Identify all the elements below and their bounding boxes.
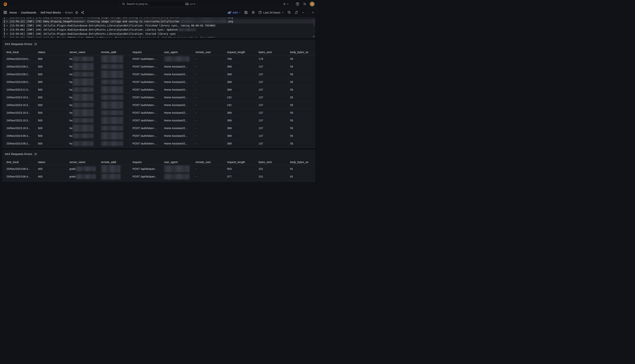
cell-remote_addr	[99, 94, 130, 101]
cell-body_bytes_se: 55	[288, 78, 315, 86]
help-button[interactable]	[295, 2, 300, 6]
column-header-request[interactable]: request	[130, 49, 162, 55]
cell-remote_user: -	[194, 165, 225, 173]
redacted-blur	[101, 95, 123, 100]
log-row[interactable]: >[13:59:14] [INF] [70] Emby.Drawing.Imag…	[3, 18, 315, 19]
cell-visible-prefix: ha	[70, 134, 72, 137]
cell-request: POST /auth/token ...	[130, 117, 162, 124]
chevron-right-icon[interactable]: >	[6, 20, 8, 23]
column-header-remote_addr[interactable]: remote_addr	[99, 159, 130, 165]
column-header-bytes_sent[interactable]: bytes_sent	[257, 49, 288, 55]
column-header-status[interactable]: status	[36, 159, 68, 165]
grafana-logo-icon[interactable]	[3, 2, 8, 6]
table-row: 25/Nov/2023:08:2...500haPOST /auth/token…	[4, 63, 315, 70]
plus-icon	[283, 2, 286, 6]
zoom-out-button[interactable]	[287, 10, 291, 14]
add-panel-button[interactable]: + Add	[228, 11, 241, 14]
cell-request: POST /auth/token ...	[130, 101, 162, 109]
cell-visible-prefix: ha	[70, 104, 72, 106]
cell-request_length: 232	[225, 94, 257, 101]
logs-scrollbar[interactable]	[313, 18, 315, 38]
cell-remote_user: -	[194, 101, 225, 109]
cell-user_agent: Home Assistant/2...	[162, 63, 194, 70]
cell-status: 400	[36, 165, 68, 173]
log-row[interactable]: >[13:59:12] [INF] [70] Emby.Drawing.Imag…	[3, 19, 315, 24]
search-placeholder: Search or jump to...	[126, 2, 149, 6]
cell-user_agent: Home Assistant/2...	[162, 124, 194, 132]
time-range-picker[interactable]: Last 24 hours	[258, 11, 284, 14]
panel-resize-handle[interactable]	[313, 36, 314, 37]
news-button[interactable]	[303, 2, 307, 6]
breadcrumb-dashboards[interactable]: Dashboards	[21, 11, 36, 14]
column-header-request_length[interactable]: request_length	[225, 159, 257, 165]
column-header-remote_user[interactable]: remote_user	[194, 49, 225, 55]
chevron-right-icon[interactable]: >	[6, 28, 8, 31]
cell-server_name: ha	[68, 117, 99, 124]
column-header-user_agent[interactable]: user_agent	[162, 49, 194, 55]
column-header-body_bytes_se[interactable]: body_bytes_se	[288, 159, 315, 165]
user-avatar[interactable]	[310, 2, 314, 6]
cell-visible-prefix: ha	[70, 73, 72, 76]
column-header-bytes_sent[interactable]: bytes_sent	[257, 159, 288, 165]
log-level-bar	[4, 24, 5, 27]
column-header-remote_addr[interactable]: remote_addr	[99, 49, 130, 55]
chevron-right-icon[interactable]: >	[6, 24, 8, 27]
breadcrumb-home[interactable]: Home	[10, 11, 17, 14]
chevron-right-icon[interactable]: >	[6, 18, 8, 18]
breadcrumb-folder[interactable]: Self Host Blocks	[40, 11, 61, 14]
column-header-remote_user[interactable]: remote_user	[194, 159, 225, 165]
table-row: 24/Nov/2023:19:3...500haPOST /auth/token…	[4, 117, 315, 124]
share-button[interactable]	[80, 10, 84, 14]
top-navbar: Search or jump to... ctrl+k	[0, 0, 318, 8]
external-link-icon[interactable]	[34, 43, 37, 46]
redacted-blur	[72, 109, 94, 116]
cell-status: 500	[36, 55, 68, 63]
log-message: [13:59:12] [INF] [70] Emby.Drawing.Image…	[10, 20, 233, 23]
table-row: 24/Nov/2023:19:3...500haPOST /auth/token…	[4, 101, 315, 109]
keyboard-icon	[186, 3, 188, 5]
redacted-blur	[72, 63, 94, 70]
log-row[interactable]: >[13:59:01] [INF] [44] Jellyfin.Plugin.K…	[3, 32, 315, 36]
collapse-toolbar-button[interactable]	[311, 11, 314, 14]
column-header-body_bytes_se[interactable]: body_bytes_se	[288, 49, 315, 55]
cell-bytes_sent: 137	[257, 109, 288, 117]
chevron-right-icon[interactable]: >	[6, 32, 8, 35]
cell-remote_user: -	[194, 173, 225, 180]
breadcrumb-separator: ›	[18, 11, 19, 14]
dashboard-toolbar: Home › Dashboards › Self Host Blocks › E…	[0, 8, 318, 17]
column-header-server_name[interactable]: server_name	[68, 159, 99, 165]
cell-remote_addr	[99, 140, 130, 148]
column-header-request[interactable]: request	[130, 159, 162, 165]
panel-title[interactable]: 4XX Requests Errors	[5, 152, 32, 156]
redacted-blur	[178, 28, 196, 31]
external-link-icon[interactable]	[34, 153, 37, 156]
cell-remote_user: -	[194, 124, 225, 132]
chevron-right-icon[interactable]: >	[6, 36, 8, 38]
cell-body_bytes_se: 55	[288, 101, 315, 109]
column-header-status[interactable]: status	[36, 49, 68, 55]
log-row[interactable]: >[13:59:04] [INF] [44] Jellyfin.Plugin.K…	[3, 24, 315, 28]
column-header-user_agent[interactable]: user_agent	[162, 159, 194, 165]
cell-visible-prefix: ha	[70, 96, 72, 99]
column-header-request_length[interactable]: request_length	[225, 49, 257, 55]
save-dashboard-button[interactable]	[244, 10, 248, 14]
mega-menu-button[interactable]	[3, 10, 8, 14]
favorite-button[interactable]	[75, 10, 78, 14]
cell-remote_user: -	[194, 109, 225, 117]
table-row: 24/Nov/2023:19:3...500haPOST /auth/token…	[4, 94, 315, 101]
refresh-interval-picker[interactable]	[302, 11, 304, 14]
new-menu-button[interactable]	[282, 2, 289, 6]
panel-title[interactable]: 5XX Requests Errors	[5, 42, 32, 46]
column-header-time_local[interactable]: time_local	[4, 49, 36, 55]
refresh-button[interactable]	[294, 10, 298, 14]
cell-time_local: 24/Nov/2023:19:3...	[4, 109, 36, 117]
cell-remote_addr	[99, 173, 130, 180]
log-row[interactable]: >[13:59:04] [INF] [44] Jellyfin.Plugin.K…	[3, 28, 315, 32]
dashboard-canvas: >[13:59:14] [INF] [70] Emby.Drawing.Imag…	[0, 17, 318, 182]
column-header-time_local[interactable]: time_local	[4, 159, 36, 165]
search-input[interactable]: Search or jump to... ctrl+k	[120, 1, 198, 7]
log-row[interactable]: >[13:59:00] [INF] [44] Jellyfin.Plugin.T…	[3, 36, 315, 38]
column-header-server_name[interactable]: server_name	[68, 49, 99, 55]
dashboard-settings-button[interactable]: ⚙	[251, 10, 255, 15]
question-circle-icon	[296, 2, 299, 6]
